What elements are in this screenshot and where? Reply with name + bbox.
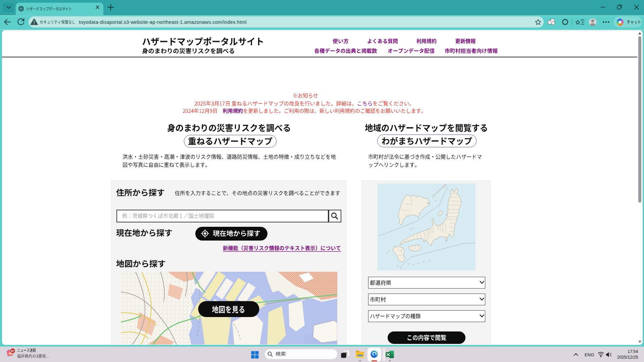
svg-text:2025/12/25: 2025/12/25 <box>617 355 638 360</box>
svg-text:17:54: 17:54 <box>628 349 638 354</box>
svg-text:ENG: ENG <box>585 352 594 357</box>
svg-text:9+: 9+ <box>11 349 14 353</box>
svg-text:toyodata-disaportal.s3-website: toyodata-disaportal.s3-website-ap-northe… <box>79 19 247 25</box>
